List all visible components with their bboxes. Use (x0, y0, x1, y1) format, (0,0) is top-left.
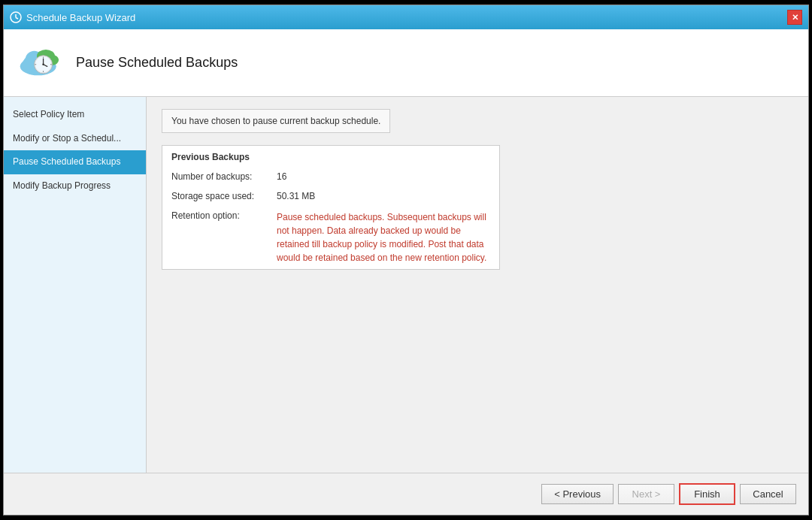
svg-point-13 (42, 63, 44, 65)
backup-details-box: Previous Backups Number of backups: 16 S… (162, 145, 500, 270)
sidebar-item-select-policy[interactable]: Select Policy Item (4, 103, 146, 127)
window-title: Schedule Backup Wizard (26, 12, 135, 23)
svg-line-2 (16, 18, 18, 20)
table-row: Retention option: Pause scheduled backup… (162, 206, 499, 269)
value-storage-space: 50.31 MB (268, 186, 499, 206)
titlebar-left: Schedule Backup Wizard (10, 11, 135, 23)
label-storage-space: Storage space used: (162, 186, 268, 206)
footer: < Previous Next > Finish Cancel (4, 473, 808, 515)
backup-details-title: Previous Backups (162, 146, 499, 167)
close-button[interactable]: ✕ (787, 10, 802, 25)
content-area: Select Policy Item Modify or Stop a Sche… (4, 97, 808, 473)
sidebar-item-modify-progress[interactable]: Modify Backup Progress (4, 174, 146, 198)
info-banner: You have chosen to pause current backup … (162, 109, 390, 133)
page-title: Pause Scheduled Backups (76, 55, 238, 71)
backup-details-table: Number of backups: 16 Storage space used… (162, 167, 499, 269)
wizard-window: Schedule Backup Wizard ✕ (3, 5, 809, 515)
cloud-clock-icon (19, 41, 64, 82)
next-button[interactable]: Next > (618, 484, 674, 504)
table-row: Storage space used: 50.31 MB (162, 186, 499, 206)
label-number-of-backups: Number of backups: (162, 167, 268, 186)
sidebar-item-pause-backups[interactable]: Pause Scheduled Backups (4, 150, 146, 174)
sidebar: Select Policy Item Modify or Stop a Sche… (4, 97, 147, 473)
previous-button[interactable]: < Previous (541, 484, 614, 504)
main-content: You have chosen to pause current backup … (147, 97, 808, 473)
cancel-button[interactable]: Cancel (740, 484, 796, 504)
titlebar: Schedule Backup Wizard ✕ (4, 5, 808, 29)
header-icon (19, 41, 64, 86)
value-number-of-backups: 16 (268, 167, 499, 186)
value-retention-option: Pause scheduled backups. Subsequent back… (268, 206, 499, 269)
finish-button[interactable]: Finish (679, 483, 735, 505)
header-area: Pause Scheduled Backups (4, 29, 808, 97)
sidebar-item-modify-stop[interactable]: Modify or Stop a Schedul... (4, 127, 146, 151)
label-retention-option: Retention option: (162, 206, 268, 269)
app-icon (10, 11, 22, 23)
table-row: Number of backups: 16 (162, 167, 499, 186)
